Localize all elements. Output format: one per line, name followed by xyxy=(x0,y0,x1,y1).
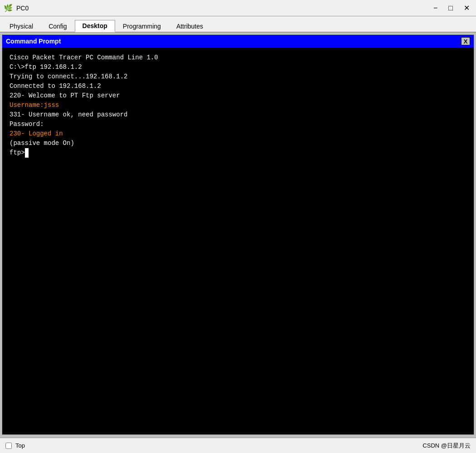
tab-config[interactable]: Config xyxy=(41,20,74,32)
tab-desktop[interactable]: Desktop xyxy=(75,20,115,32)
status-left: Top xyxy=(5,442,25,449)
terminal-line-8: Password: xyxy=(10,120,466,129)
terminal-line-4: Connected to 192.168.1.2 xyxy=(10,82,466,91)
top-checkbox[interactable] xyxy=(5,443,12,449)
terminal[interactable]: Cisco Packet Tracer PC Command Line 1.0 … xyxy=(2,48,474,434)
maximize-button[interactable]: □ xyxy=(446,4,456,13)
terminal-line-11: ftp> xyxy=(10,148,466,158)
tab-attributes[interactable]: Attributes xyxy=(169,20,211,32)
minimize-button[interactable]: − xyxy=(431,4,440,13)
command-prompt-window: Command Prompt X Cisco Packet Tracer PC … xyxy=(2,34,474,435)
command-prompt-titlebar: Command Prompt X xyxy=(2,35,474,48)
terminal-line-9: 230- Logged in xyxy=(10,129,466,139)
terminal-line-3: Trying to connect...192.168.1.2 xyxy=(10,72,466,82)
title-bar: 🌿 PC0 − □ ✕ xyxy=(0,0,476,16)
terminal-line-5: 220- Welcome to PT Ftp server xyxy=(10,91,466,101)
command-prompt-close-button[interactable]: X xyxy=(461,37,470,45)
window-title: PC0 xyxy=(16,5,29,12)
title-bar-left: 🌿 PC0 xyxy=(4,4,29,13)
tab-physical[interactable]: Physical xyxy=(2,20,41,32)
close-window-button[interactable]: ✕ xyxy=(461,4,472,13)
terminal-line-2: C:\>ftp 192.168.1.2 xyxy=(10,63,466,72)
app-icon: 🌿 xyxy=(4,4,13,13)
command-prompt-title: Command Prompt xyxy=(6,38,61,45)
terminal-line-10: (passive mode On) xyxy=(10,139,466,148)
tab-programming[interactable]: Programming xyxy=(115,20,169,32)
status-bar: Top CSDN @日星月云 xyxy=(0,438,476,453)
tab-bar: Physical Config Desktop Programming Attr… xyxy=(0,16,476,33)
top-label: Top xyxy=(15,442,25,449)
terminal-line-7: 331- Username ok, need password xyxy=(10,110,466,120)
terminal-line-6: Username:jsss xyxy=(10,101,466,110)
title-bar-controls: − □ ✕ xyxy=(431,4,472,13)
terminal-line-1: Cisco Packet Tracer PC Command Line 1.0 xyxy=(10,53,466,63)
watermark: CSDN @日星月云 xyxy=(423,442,471,450)
